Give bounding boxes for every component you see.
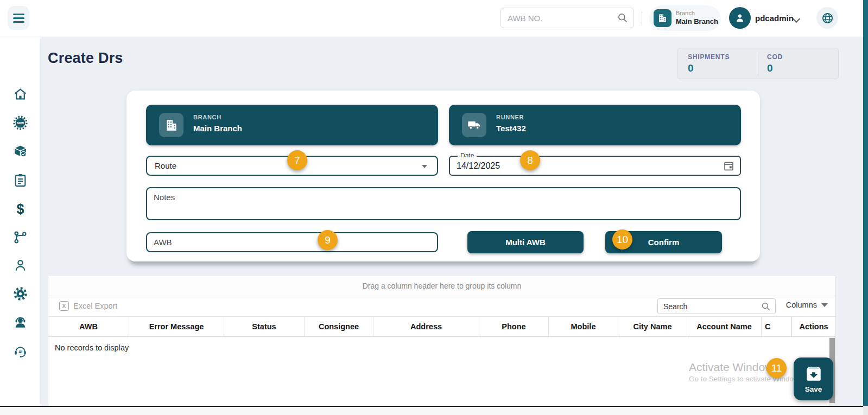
grid-search-input[interactable] — [663, 299, 756, 314]
svg-text:NEW: NEW — [17, 122, 24, 125]
group-by-drop-zone[interactable]: Drag a column header here to group its c… — [48, 276, 835, 296]
column-header-address[interactable]: Address — [373, 317, 479, 336]
cod-stat-value: 0 — [767, 62, 773, 74]
save-button[interactable]: Save — [794, 357, 833, 400]
new-badge-icon: NEW — [13, 116, 28, 130]
language-globe-button[interactable] — [816, 7, 838, 29]
runner-tile-value: Test432 — [496, 124, 526, 133]
sidebar-item-support[interactable] — [13, 315, 28, 330]
column-header-error-message[interactable]: Error Message — [129, 317, 224, 336]
gear-icon — [13, 286, 28, 301]
grid-search-box — [657, 298, 776, 314]
branch-tile-value: Main Branch — [193, 124, 242, 133]
column-header-consignee[interactable]: Consignee — [305, 317, 373, 336]
column-header-status[interactable]: Status — [224, 317, 305, 336]
date-input[interactable] — [457, 157, 685, 174]
stats-divider — [758, 53, 758, 75]
branch-info-tile: BRANCH Main Branch — [146, 105, 438, 145]
home-icon — [13, 87, 28, 101]
page-scrollbar-track[interactable] — [863, 0, 868, 415]
clipboard-icon — [13, 173, 28, 188]
branch-value: Main Branch — [676, 17, 718, 25]
activate-windows-watermark: Activate Windows — [689, 361, 779, 374]
truck-icon — [462, 113, 486, 137]
sidebar-item-ai-assistant[interactable]: AI — [13, 344, 28, 359]
chevron-down-icon — [821, 303, 828, 307]
grid-header-row: AWB Error Message Status Consignee Addre… — [48, 317, 835, 337]
route-select-placeholder: Route — [155, 161, 176, 170]
awb-input[interactable] — [154, 234, 425, 251]
branch-building-icon — [654, 9, 671, 27]
branch-selector[interactable]: Branch Main Branch — [649, 5, 720, 31]
shipments-stat-value: 0 — [688, 62, 694, 74]
runner-tile-label: RUNNER — [496, 114, 524, 120]
notes-field — [146, 187, 741, 220]
multi-awb-button[interactable]: Multi AWB — [467, 231, 584, 253]
sidebar-item-new-orders[interactable]: NEW — [13, 116, 28, 130]
menu-toggle-button[interactable] — [8, 6, 29, 30]
sidebar-item-routes[interactable] — [13, 230, 28, 245]
globe-icon — [821, 12, 834, 24]
columns-chooser-button[interactable]: Columns — [786, 301, 828, 309]
step-badge-7: 7 — [287, 150, 307, 170]
user-menu[interactable]: pdcadmin — [727, 5, 809, 31]
column-header-truncated[interactable]: C — [762, 317, 791, 336]
shipments-stat-label: SHIPMENTS — [688, 53, 730, 61]
window-bottom-edge — [0, 406, 868, 407]
svg-text:AI: AI — [18, 349, 22, 354]
person-icon — [13, 258, 28, 273]
save-button-label: Save — [805, 385, 822, 393]
sidebar-item-manifest[interactable] — [13, 173, 28, 188]
sidebar-item-settings[interactable] — [13, 286, 28, 301]
sidebar-item-users[interactable] — [13, 258, 28, 273]
chevron-down-icon — [793, 15, 800, 23]
activate-windows-watermark-subtext: Go to Settings to activate Windows. — [689, 375, 804, 383]
ai-headset-icon: AI — [13, 344, 28, 359]
building-icon — [159, 113, 183, 137]
sidebar-item-shipments[interactable] — [13, 144, 28, 159]
search-icon[interactable] — [617, 12, 628, 23]
branch-tile-label: BRANCH — [193, 114, 221, 120]
column-header-actions[interactable]: Actions — [791, 317, 835, 336]
column-header-account-name[interactable]: Account Name — [687, 317, 762, 336]
user-avatar — [729, 7, 751, 29]
runner-info-tile: RUNNER Test432 — [449, 105, 741, 145]
step-badge-9: 9 — [318, 230, 338, 250]
column-header-phone[interactable]: Phone — [479, 317, 549, 336]
notes-textarea[interactable] — [154, 193, 729, 216]
grid-toolbar: X Excel Export Columns — [48, 296, 835, 317]
topbar-divider — [642, 12, 642, 24]
calendar-icon[interactable] — [723, 160, 734, 171]
excel-icon: X — [59, 301, 69, 311]
search-icon[interactable] — [761, 302, 771, 311]
awb-search-input[interactable] — [508, 8, 613, 28]
columns-label: Columns — [786, 301, 817, 309]
sidebar-item-finance[interactable]: $ — [13, 202, 28, 216]
excel-export-label: Excel Export — [73, 302, 117, 310]
cod-stat-label: COD — [767, 53, 783, 61]
username-label: pdcadmin — [755, 14, 794, 23]
topbar: Branch Main Branch pdcadmin — [0, 0, 868, 36]
dollar-icon: $ — [17, 201, 24, 217]
create-drs-form-card: BRANCH Main Branch RUNNER Test432 Route … — [126, 91, 760, 261]
support-agent-icon — [13, 315, 28, 330]
date-field: Date — [449, 156, 741, 176]
excel-export-button[interactable]: X Excel Export — [59, 301, 117, 311]
branch-label: Branch — [676, 10, 695, 16]
column-header-city-name[interactable]: City Name — [618, 317, 687, 336]
step-badge-10: 10 — [612, 229, 632, 250]
dropdown-caret-icon — [422, 165, 427, 168]
window-bottom-gap — [0, 407, 868, 415]
save-archive-icon — [804, 365, 823, 383]
page-scrollbar-thumb[interactable] — [863, 0, 868, 406]
column-header-mobile[interactable]: Mobile — [549, 317, 618, 336]
page-title: Create Drs — [48, 50, 123, 67]
branch-route-icon — [13, 230, 28, 245]
step-badge-8: 8 — [520, 150, 540, 170]
results-grid: Drag a column header here to group its c… — [48, 276, 836, 406]
stats-summary: SHIPMENTS 0 COD 0 — [677, 48, 839, 79]
sidebar-item-home[interactable] — [13, 87, 28, 101]
hamburger-icon — [13, 14, 24, 15]
step-badge-11: 11 — [766, 358, 787, 378]
column-header-awb[interactable]: AWB — [48, 317, 129, 336]
